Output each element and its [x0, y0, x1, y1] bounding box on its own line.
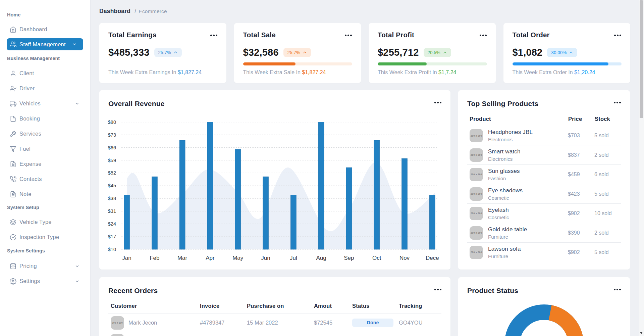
svg-text:Sep: Sep [344, 255, 354, 261]
svg-text:Jan: Jan [122, 255, 131, 261]
svg-text:Feb: Feb [150, 255, 159, 261]
svg-text:$38: $38 [108, 196, 116, 201]
svg-text:$52: $52 [108, 170, 116, 176]
svg-text:$80: $80 [108, 119, 116, 125]
svg-text:$59: $59 [108, 158, 116, 163]
svg-text:Oct: Oct [372, 255, 381, 261]
svg-text:$45: $45 [108, 183, 116, 188]
svg-text:Mar: Mar [177, 255, 187, 261]
svg-text:Aug: Aug [316, 255, 326, 261]
svg-text:$66: $66 [108, 145, 116, 150]
svg-text:Jul: Jul [290, 255, 297, 261]
svg-text:$24: $24 [108, 221, 116, 227]
svg-text:Apr: Apr [206, 255, 215, 261]
svg-text:Jun: Jun [261, 255, 270, 261]
svg-text:$10: $10 [108, 247, 116, 252]
svg-text:$31: $31 [108, 208, 116, 214]
svg-text:Dece: Dece [426, 255, 439, 261]
svg-text:$73: $73 [108, 132, 116, 138]
svg-text:$17: $17 [108, 234, 116, 239]
svg-text:May: May [232, 255, 244, 261]
svg-text:Nov: Nov [399, 255, 410, 261]
